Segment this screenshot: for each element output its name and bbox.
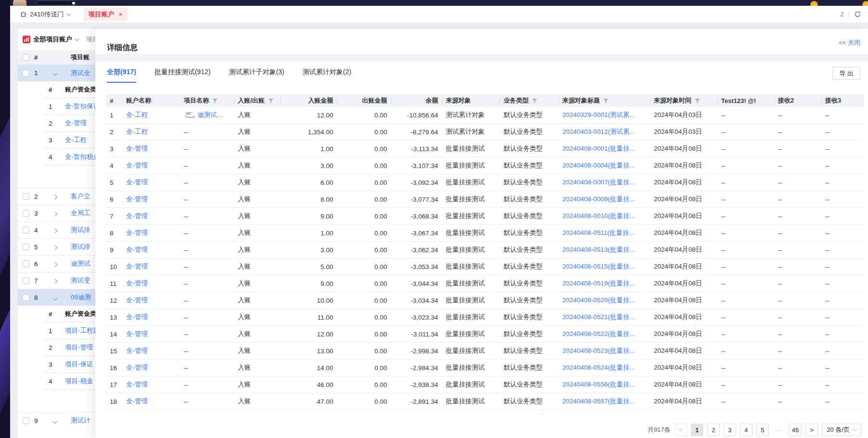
cell-link[interactable]: 全-管理 (122, 212, 180, 220)
cell-link[interactable]: 20240408-0520(批量挂... (558, 296, 650, 305)
home-tab[interactable]: 2410传送门 (20, 10, 70, 19)
cell-link[interactable]: 20240408-0521(批量挂... (558, 313, 650, 322)
fund-type-link[interactable]: 项目-税金 (65, 377, 95, 386)
row-checkbox[interactable] (23, 244, 29, 250)
fund-type-link[interactable]: 项目-工程款 (65, 326, 95, 335)
cell-link[interactable]: 20240408-0524(批量挂... (558, 363, 650, 372)
row-checkbox[interactable] (23, 210, 29, 217)
row-checkbox[interactable] (23, 227, 29, 233)
cell-link[interactable]: 全-管理 (122, 380, 180, 389)
cell-link[interactable]: 全-管理 (122, 144, 180, 153)
expand-icon[interactable] (53, 244, 71, 251)
fund-type-row[interactable]: 3项目-保证 (45, 356, 95, 373)
tab-active[interactable]: 全部(917) (107, 68, 136, 83)
expand-icon[interactable] (53, 277, 71, 284)
select-all-checkbox[interactable] (23, 54, 29, 61)
sidebar-account-row[interactable]: 3全局工 (18, 205, 95, 221)
cell-link[interactable]: 20240408-0513(批量挂... (558, 245, 650, 254)
cell-link[interactable]: 20240408-0004(批量挂... (558, 161, 650, 170)
row-checkbox[interactable] (23, 193, 29, 200)
sidebar-account-row[interactable]: 9测试计 (18, 412, 95, 429)
sidebar-account-row[interactable]: 809迪测 (18, 289, 95, 306)
filter-icon[interactable] (212, 98, 218, 104)
refresh-icon[interactable] (854, 11, 861, 18)
expand-icon[interactable] (53, 227, 71, 234)
page-size-select[interactable]: 20 条/页 (822, 424, 861, 436)
cell-link[interactable]: 20240408-0001(批量挂... (558, 144, 650, 153)
panel-close-link[interactable]: << 关闭 (839, 39, 860, 47)
row-checkbox[interactable] (23, 70, 29, 77)
sidebar-account-row[interactable]: 4测试排 (18, 221, 95, 238)
tab-project-account[interactable]: 项目账户 × (84, 8, 128, 21)
fund-type-row[interactable]: 1项目-工程款 (45, 322, 95, 339)
expand-icon[interactable] (53, 260, 71, 268)
sidebar-account-row[interactable]: 5测试排 (18, 238, 95, 255)
cell-link[interactable]: 全-管理 (122, 414, 180, 415)
row-checkbox[interactable] (23, 294, 29, 301)
cell-link[interactable]: 20240408-0009(批量挂... (558, 195, 650, 204)
filter-icon[interactable] (694, 98, 700, 104)
fund-type-row[interactable]: 2项目-管理 (45, 339, 95, 356)
export-button[interactable]: 导 出 (832, 67, 860, 80)
row-checkbox[interactable] (23, 417, 29, 424)
cell-link[interactable]: 全-管理 (122, 330, 180, 338)
avatar[interactable] (13, 0, 26, 6)
cell-link[interactable]: 全-管理 (122, 245, 180, 254)
page-button-3[interactable]: 3 (724, 424, 736, 436)
tab-item[interactable]: 批量挂接测试(912) (155, 68, 211, 83)
cell-link[interactable]: 全-管理 (122, 397, 180, 406)
sidebar-account-row[interactable]: 6迪测试 (18, 255, 95, 272)
expand-icon[interactable] (53, 193, 71, 200)
cell-link[interactable]: 全-管理 (122, 178, 180, 187)
fund-type-row[interactable]: 3全-工程 (45, 132, 95, 149)
cell-link[interactable]: 全-管理 (122, 363, 180, 372)
account-link[interactable]: 客户立 (71, 192, 95, 201)
cell-link[interactable]: 全-管理 (122, 229, 180, 237)
fund-type-link[interactable]: 全-暂扣税金 (65, 153, 95, 161)
page-button-46[interactable]: 46 (789, 424, 802, 436)
cell-link[interactable]: 全-管理 (122, 279, 180, 288)
cell-link[interactable]: 全-管理 (122, 161, 180, 170)
cell-link[interactable]: 全-管理 (122, 347, 180, 355)
cell-link[interactable]: 20240408-0556(批量挂... (558, 380, 650, 389)
sidebar-account-row[interactable]: 7测试变 (18, 272, 95, 289)
cell-link[interactable]: 20240329-0001(测试累... (558, 111, 650, 119)
cell-link[interactable]: 20240408-0519(批量挂... (558, 279, 650, 288)
collapse-icon[interactable] (53, 294, 71, 301)
cell-link[interactable]: 全-管理 (122, 296, 180, 305)
fund-type-row[interactable]: 4全-暂扣税金 (45, 149, 95, 166)
fund-type-row[interactable]: 4项目-税金 (45, 373, 95, 390)
fund-type-link[interactable]: 全-工程 (65, 136, 95, 144)
sidebar-account-row[interactable]: 2客户立 (18, 188, 95, 205)
account-link[interactable]: 测试排 (71, 226, 95, 234)
collapse-icon[interactable] (53, 69, 71, 77)
collapse-icon[interactable] (53, 417, 71, 425)
cell-link[interactable]: 20240408-0523(批量挂... (558, 347, 650, 355)
cell-link[interactable]: 20240408-0007(批量挂... (558, 178, 650, 187)
tab-item[interactable]: 测试累计子对象(3) (229, 68, 284, 83)
cell-link[interactable]: 全-管理 (122, 313, 180, 322)
account-link[interactable]: 测试计 (71, 416, 95, 425)
account-link[interactable]: 迪测试 (71, 259, 95, 268)
page-button-5[interactable]: 5 (756, 424, 769, 436)
cell-link[interactable]: 全-管理 (122, 262, 180, 271)
view-360-icon[interactable]: 360° (184, 111, 195, 118)
cell-link[interactable]: 360°迪测试... (180, 111, 234, 119)
fund-type-row[interactable]: 1全-暂扣保证 (45, 98, 95, 115)
cell-link[interactable]: 20240408-0010(批量挂... (558, 212, 650, 220)
tab-item[interactable]: 测试累计对象(2) (303, 68, 351, 83)
cell-link[interactable]: 全-工程 (122, 111, 180, 119)
cell-link[interactable]: 20240408-0558(批量挂... (558, 414, 650, 415)
filter-icon[interactable] (603, 98, 609, 104)
fund-type-link[interactable]: 全-暂扣保证 (65, 102, 95, 111)
cell-link[interactable]: 20240408-0557(批量挂... (558, 397, 650, 406)
account-link[interactable]: 测试排 (71, 243, 95, 251)
filter-icon[interactable] (531, 98, 538, 104)
row-checkbox[interactable] (23, 277, 29, 284)
chevron-down-icon[interactable] (75, 37, 79, 41)
close-tab-icon[interactable]: × (119, 12, 123, 17)
sidebar-account-row[interactable]: 1测试全 (18, 64, 95, 81)
project-link[interactable]: 迪测试... (197, 111, 222, 118)
filter-icon[interactable] (268, 98, 274, 104)
cell-link[interactable]: 20240408-0511(批量挂... (558, 229, 650, 237)
